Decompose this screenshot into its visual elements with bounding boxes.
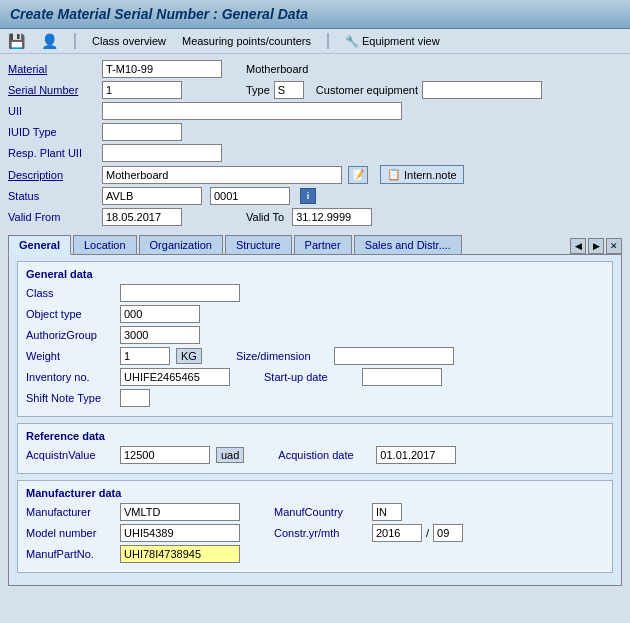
title-bar: Create Material Serial Number : General … [0,0,630,29]
manuf-part-input[interactable] [120,545,240,563]
class-row: Class [26,284,604,302]
tab-organization[interactable]: Organization [139,235,223,254]
measuring-points-button[interactable]: Measuring points/counters [182,35,311,47]
save-icon: 💾 [8,33,25,49]
shift-note-input[interactable] [120,389,150,407]
tab-nav-left[interactable]: ◀ [570,238,586,254]
object-type-input[interactable] [120,305,200,323]
shift-note-row: Shift Note Type [26,389,604,407]
tab-sales[interactable]: Sales and Distr.... [354,235,462,254]
resp-plant-row: Resp. Plant UII [8,144,622,162]
acquistn-label: AcquistnValue [26,449,116,461]
startup-date-input[interactable] [362,368,442,386]
material-input[interactable] [102,60,222,78]
status-label: Status [8,190,98,202]
serial-number-label: Serial Number [8,84,98,96]
serial-number-input[interactable] [102,81,182,99]
slash-separator: / [426,527,429,539]
equipment-view-button[interactable]: 🔧 Equipment view [345,35,440,48]
motherboard-label: Motherboard [246,63,308,75]
object-type-row: Object type [26,305,604,323]
serial-number-row: Serial Number Type Customer equipment [8,81,622,99]
weight-label: Weight [26,350,116,362]
header-section: Material Motherboard Serial Number Type … [8,60,622,226]
toolbar-separator-2 [327,33,329,49]
type-input[interactable] [274,81,304,99]
uii-label: UII [8,105,98,117]
acquistn-unit: uad [216,447,244,463]
description-icon-button[interactable]: 📝 [348,166,368,184]
status-code-input[interactable] [210,187,290,205]
model-number-input[interactable] [120,524,240,542]
authoriz-group-input[interactable] [120,326,200,344]
acquistn-row: AcquistnValue uad Acquistion date [26,446,604,464]
resp-plant-label: Resp. Plant UII [8,147,98,159]
intern-note-label: Intern.note [404,169,457,181]
valid-to-input[interactable] [292,208,372,226]
uii-input[interactable] [102,102,402,120]
weight-input[interactable] [120,347,170,365]
inventory-row: Inventory no. Start-up date [26,368,604,386]
inventory-label: Inventory no. [26,371,116,383]
class-input[interactable] [120,284,240,302]
weight-unit: KG [176,348,202,364]
model-number-label: Model number [26,527,116,539]
tab-structure[interactable]: Structure [225,235,292,254]
main-content: Material Motherboard Serial Number Type … [0,54,630,592]
tab-nav: ◀ ▶ ✕ [570,238,622,254]
customer-equipment-input[interactable] [422,81,542,99]
tab-general[interactable]: General [8,235,71,255]
intern-note-button[interactable]: 📋 Intern.note [380,165,464,184]
authoriz-group-row: AuthorizGroup [26,326,604,344]
resp-plant-input[interactable] [102,144,222,162]
manuf-part-row: ManufPartNo. [26,545,604,563]
authoriz-group-label: AuthorizGroup [26,329,116,341]
general-data-panel: General data Class Object type AuthorizG… [17,261,613,417]
valid-from-row: Valid From Valid To [8,208,622,226]
type-label: Type [246,84,270,96]
class-label: Class [26,287,116,299]
tab-location[interactable]: Location [73,235,137,254]
person-button[interactable]: 👤 [41,33,58,49]
info-icon[interactable]: i [300,188,316,204]
manuf-part-label: ManufPartNo. [26,548,116,560]
valid-from-label: Valid From [8,211,98,223]
toolbar-separator-1 [74,33,76,49]
status-input[interactable] [102,187,202,205]
constr-mth-input[interactable] [433,524,463,542]
material-row: Material Motherboard [8,60,622,78]
equipment-view-label: Equipment view [362,35,440,47]
wrench-icon: 🔧 [345,35,359,48]
save-button[interactable]: 💾 [8,33,25,49]
general-data-title: General data [26,268,604,280]
acquistion-date-input[interactable] [376,446,456,464]
model-number-row: Model number Constr.yr/mth / [26,524,604,542]
manufacturer-input[interactable] [120,503,240,521]
manufacturer-data-title: Manufacturer data [26,487,604,499]
manufacturer-label: Manufacturer [26,506,116,518]
shift-note-label: Shift Note Type [26,392,116,404]
reference-data-panel: Reference data AcquistnValue uad Acquist… [17,423,613,474]
size-dimension-input[interactable] [334,347,454,365]
tab-nav-right[interactable]: ▶ [588,238,604,254]
valid-from-input[interactable] [102,208,182,226]
tab-panel: General data Class Object type AuthorizG… [8,254,622,586]
iuid-type-label: IUID Type [8,126,98,138]
description-input[interactable] [102,166,342,184]
inventory-input[interactable] [120,368,230,386]
uii-row: UII [8,102,622,120]
manuf-country-input[interactable] [372,503,402,521]
tab-nav-close[interactable]: ✕ [606,238,622,254]
reference-data-title: Reference data [26,430,604,442]
class-overview-button[interactable]: Class overview [92,35,166,47]
size-dimension-label: Size/dimension [236,350,326,362]
valid-to-label: Valid To [246,211,284,223]
iuid-type-input[interactable] [102,123,182,141]
acquistn-input[interactable] [120,446,210,464]
startup-date-label: Start-up date [264,371,354,383]
constr-yr-input[interactable] [372,524,422,542]
page-title: Create Material Serial Number : General … [10,6,308,22]
description-row: Description 📝 📋 Intern.note [8,165,622,184]
measuring-points-label: Measuring points/counters [182,35,311,47]
tab-partner[interactable]: Partner [294,235,352,254]
